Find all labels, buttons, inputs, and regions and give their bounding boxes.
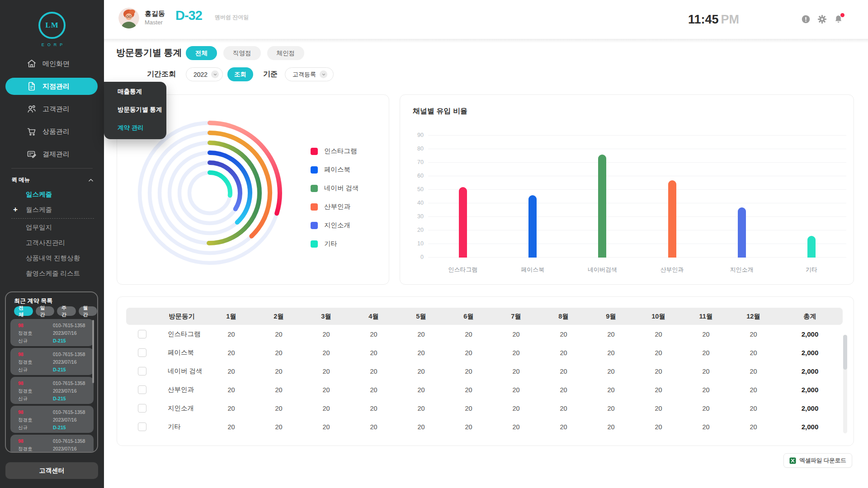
month-value: 20 (635, 399, 682, 418)
month-value: 20 (445, 362, 492, 380)
table-header-11월: 11월 (682, 308, 730, 325)
row-checkbox[interactable] (138, 404, 146, 413)
bar (807, 236, 816, 258)
legend-label: 지인소개 (324, 221, 350, 230)
logo: LM EORP (0, 12, 104, 47)
row-total: 2,000 (777, 343, 843, 362)
legend-item: 기타 (311, 235, 359, 253)
month-value: 20 (730, 362, 777, 380)
scope-tab-2[interactable]: 직영점 (223, 46, 261, 60)
home-icon (26, 58, 37, 69)
user-role: Master (145, 19, 163, 26)
scope-tab-3[interactable]: 체인점 (267, 46, 305, 60)
sidebar-item-1[interactable]: 메인화면 (0, 52, 104, 75)
legend-swatch (311, 166, 318, 174)
legend-label: 기타 (324, 239, 337, 248)
basis-select[interactable]: 고객등록 (285, 67, 334, 81)
submenu-item-3[interactable]: 계약 관리 (104, 119, 166, 137)
recent-list-scrollbar[interactable] (92, 320, 94, 446)
quick-menu-item-3[interactable]: 업무일지 (0, 220, 104, 235)
sidebar-item-2[interactable]: 지점관리 (5, 78, 98, 95)
month-value: 20 (492, 399, 540, 418)
row-checkbox[interactable] (138, 422, 146, 431)
quick-menu-item-4[interactable]: 고객사진관리 (0, 235, 104, 250)
month-value: 20 (350, 418, 397, 436)
month-value: 20 (350, 380, 397, 399)
table-header-10월: 10월 (635, 308, 682, 325)
bar-chart-plot: 0102030405060708090인스타그램페이스북네이버검색산부인과지인소… (428, 136, 846, 258)
submenu-item-1[interactable]: 매출통계 (104, 83, 166, 101)
checkbox-cell (126, 399, 158, 418)
bell-icon[interactable] (834, 14, 843, 24)
table-row: 인스타그램2020202020202020202020202,000 (126, 325, 843, 343)
submenu-item-2[interactable]: 방문동기별 통계 (104, 101, 166, 119)
recent-tab-3[interactable]: 주간 (57, 306, 76, 316)
contract-count: 98 (18, 409, 24, 415)
contract-status: 신규 (18, 396, 28, 402)
month-value: 20 (540, 362, 587, 380)
membership-dday-label: 멤버쉽 잔여일 (215, 14, 249, 21)
month-value: 20 (730, 325, 777, 343)
bar (598, 155, 606, 258)
chevron-up-icon[interactable] (88, 177, 94, 183)
month-value: 20 (445, 399, 492, 418)
chevron-down-icon (320, 70, 327, 78)
y-tick-label: 70 (409, 159, 424, 165)
info-icon[interactable] (801, 14, 811, 24)
table-header-1월: 1월 (208, 308, 255, 325)
table-scrollbar[interactable] (843, 335, 847, 433)
bar (738, 207, 746, 258)
month-value: 20 (255, 418, 302, 436)
quick-menu-item-2[interactable]: +월스케줄 (0, 202, 104, 217)
month-value: 20 (635, 362, 682, 380)
gear-icon[interactable] (817, 14, 827, 24)
recent-tab-2[interactable]: 일간 (36, 306, 55, 316)
contract-card[interactable]: 98정경호신규010-7615-13582023/07/16D-215 (10, 319, 94, 346)
month-value: 20 (587, 343, 635, 362)
sidebar-item-3[interactable]: 고객관리 (0, 98, 104, 120)
contract-card[interactable]: 98정경호신규010-7615-13582023/07/16D-215 (10, 377, 94, 404)
month-value: 20 (397, 399, 445, 418)
quick-menu-item-label: 업무일지 (26, 224, 52, 231)
plus-icon[interactable]: + (13, 202, 18, 217)
period-label: 기간조회 (147, 70, 176, 79)
page-title: 방문통기별 통계 (116, 47, 182, 59)
month-value: 20 (397, 418, 445, 436)
row-checkbox[interactable] (138, 330, 146, 338)
contract-card[interactable]: 98정경호신규010-7615-13582023/07/16D-215 (10, 406, 94, 433)
customer-center-button[interactable]: 고객센터 (5, 462, 98, 479)
avatar[interactable] (118, 8, 139, 28)
excel-download-label: 엑셀파일 다운로드 (799, 457, 846, 465)
quick-menu-item-6[interactable]: 촬영스케줄 리스트 (0, 266, 104, 281)
contract-card[interactable]: 98정경호신규010-7615-13582023/07/16D-215 (10, 435, 94, 453)
quick-menu-header[interactable]: 퀵 메뉴 (11, 176, 94, 184)
legend-item: 인스타그램 (311, 142, 359, 160)
row-checkbox[interactable] (138, 385, 146, 394)
row-total: 2,000 (777, 362, 843, 380)
contract-date: 2023/07/16 (53, 446, 77, 451)
recent-tab-1[interactable]: 전체 (14, 306, 33, 316)
bar-column (707, 136, 777, 258)
recent-tab-4[interactable]: 월간 (79, 306, 98, 316)
contract-card[interactable]: 98정경호신규010-7615-13582023/07/16D-215 (10, 348, 94, 375)
quick-menu-item-label: 일스케줄 (26, 191, 52, 198)
excel-download-button[interactable]: 엑셀파일 다운로드 (783, 453, 852, 468)
year-select[interactable]: 2022 (186, 67, 223, 81)
search-button[interactable]: 조회 (227, 67, 253, 81)
quick-menu-item-5[interactable]: 상품내역 진행상황 (0, 250, 104, 266)
x-tick-label: 산부인과 (637, 266, 707, 274)
checkbox-cell (126, 418, 158, 436)
month-value: 20 (540, 343, 587, 362)
quick-menu-item-1[interactable]: 일스케줄 (0, 187, 104, 202)
row-checkbox[interactable] (138, 348, 146, 357)
month-value: 20 (587, 362, 635, 380)
sidebar-item-5[interactable]: 결제관리 (0, 143, 104, 165)
topbar: 홍길동 Master D-32 멤버쉽 잔여일 11:45PM (104, 0, 868, 39)
table-header-12월: 12월 (730, 308, 777, 325)
contract-dday: D-215 (53, 425, 66, 430)
sidebar-item-label: 고객관리 (42, 105, 70, 113)
month-value: 20 (208, 362, 255, 380)
row-checkbox[interactable] (138, 367, 146, 375)
sidebar-item-4[interactable]: 상품관리 (0, 120, 104, 143)
scope-tab-1[interactable]: 전체 (186, 46, 217, 60)
